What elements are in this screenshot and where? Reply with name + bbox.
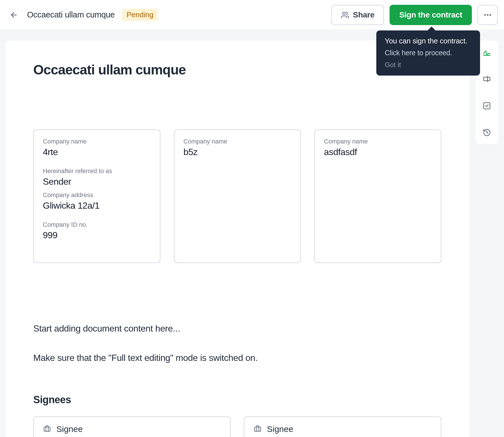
- signee-card[interactable]: Signee: [244, 416, 441, 437]
- page-wrapper: Occaecati ullam cumque Company name 4rte…: [0, 30, 504, 437]
- share-button[interactable]: Share: [331, 5, 384, 25]
- signee-label: Signee: [267, 424, 293, 434]
- back-button[interactable]: [6, 7, 21, 23]
- more-options-button[interactable]: [478, 5, 498, 25]
- document-body[interactable]: Start adding document content here... Ma…: [33, 321, 441, 366]
- field-label: Company name: [184, 138, 291, 145]
- tooltip-subtext: Click here to proceed.: [385, 49, 472, 57]
- field-label: Company ID no.: [43, 221, 151, 228]
- tooltip-heading: You can sign the contract.: [385, 37, 472, 45]
- company-address-value: Gliwicka 12a/1: [43, 200, 151, 211]
- document-page: Occaecati ullam cumque Company name 4rte…: [6, 41, 469, 437]
- arrow-left-icon: [10, 11, 18, 19]
- company-card[interactable]: Company name b5z: [174, 129, 301, 263]
- checkbox-tool-button[interactable]: [479, 98, 494, 113]
- signees-heading: Signees: [33, 394, 441, 406]
- field-label: Company name: [43, 138, 151, 145]
- status-badge: Pending: [122, 9, 158, 21]
- svg-point-3: [487, 14, 488, 16]
- body-paragraph: Start adding document content here...: [33, 321, 441, 336]
- signature-tool-button[interactable]: [479, 45, 494, 60]
- svg-rect-6: [255, 427, 261, 431]
- check-square-icon: [483, 101, 491, 110]
- body-paragraph: Make sure that the "Full text editing" m…: [33, 350, 441, 366]
- signee-card[interactable]: Signee: [33, 416, 231, 437]
- header-bar: Occaecati ullam cumque Pending Share Sig…: [0, 0, 504, 30]
- fields-tool-button[interactable]: [479, 71, 494, 87]
- svg-rect-8: [484, 77, 490, 81]
- signees-row: Signee Signee: [33, 416, 441, 437]
- briefcase-icon: [43, 425, 51, 433]
- tooltip-got-it-button[interactable]: Got it: [385, 61, 401, 69]
- field-label: Hereinafter referred to as: [43, 167, 151, 175]
- svg-point-4: [489, 14, 491, 16]
- dots-horizontal-icon: [483, 10, 492, 19]
- text-cursor-icon: [483, 75, 491, 83]
- share-button-label: Share: [353, 10, 374, 19]
- svg-point-2: [484, 14, 486, 16]
- company-id-value: 999: [43, 230, 151, 240]
- users-icon: [341, 11, 349, 19]
- signature-icon: [483, 48, 491, 56]
- history-icon: [483, 128, 491, 137]
- company-name-value: b5z: [184, 147, 291, 157]
- company-card[interactable]: Company name 4rte Hereinafter referred t…: [33, 129, 160, 263]
- sign-button-label: Sign the contract: [399, 10, 462, 19]
- document-title: Occaecati ullam cumque: [27, 10, 115, 19]
- svg-point-1: [343, 12, 345, 14]
- company-name-value: 4rte: [43, 147, 151, 157]
- company-card[interactable]: Company name asdfasdf: [314, 129, 441, 263]
- briefcase-icon: [254, 425, 261, 433]
- history-tool-button[interactable]: [479, 125, 494, 140]
- companies-row: Company name 4rte Hereinafter referred t…: [33, 129, 441, 263]
- field-label: Company address: [43, 191, 151, 199]
- field-label: Company name: [324, 138, 432, 145]
- signee-label: Signee: [56, 424, 83, 434]
- company-name-value: asdfasdf: [324, 147, 432, 157]
- sign-contract-button[interactable]: Sign the contract: [390, 5, 472, 25]
- svg-rect-5: [44, 427, 50, 431]
- sign-tooltip: You can sign the contract. Click here to…: [376, 30, 480, 76]
- svg-rect-10: [484, 103, 490, 109]
- hereinafter-value: Sender: [43, 176, 151, 187]
